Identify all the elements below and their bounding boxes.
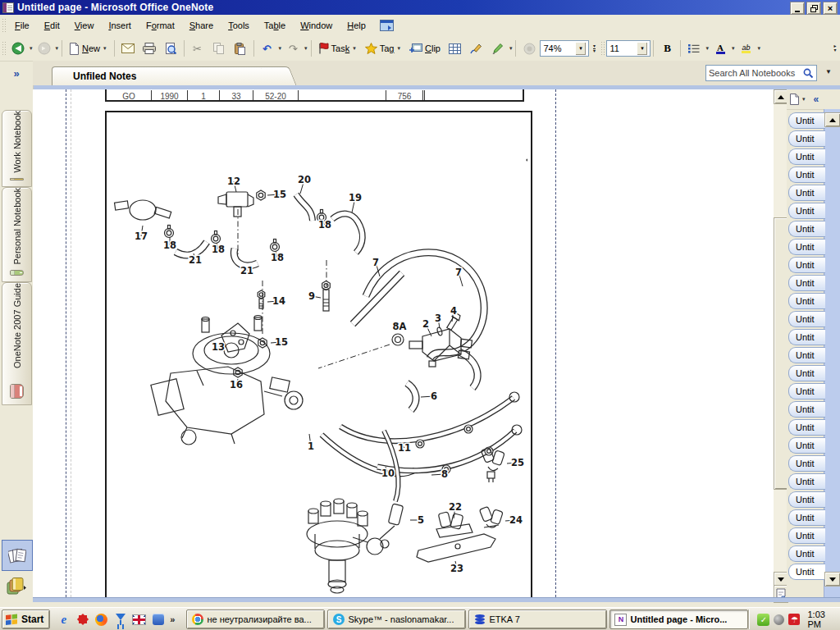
print-preview-button[interactable] (160, 39, 181, 58)
page-tab[interactable]: Untit (788, 491, 825, 508)
page-tab[interactable]: Untit (788, 311, 825, 327)
toolbar-overflow-button[interactable]: ▸▾ (830, 39, 840, 57)
unfiled-notes-button[interactable] (2, 540, 33, 571)
toolbar-grip[interactable] (600, 41, 605, 56)
page-tab[interactable]: Untit (788, 437, 825, 454)
taskbar-button-skype[interactable]: SSkype™ - naslonamakar... (327, 609, 466, 629)
zoom-combo[interactable]: 74% ▾ (540, 40, 589, 57)
page-tab[interactable]: Untit (788, 455, 825, 472)
expand-navigation-chevron[interactable]: » (13, 67, 19, 80)
page-tabs-scroll-up[interactable] (824, 112, 840, 127)
highlight-button[interactable]: ab (736, 39, 757, 58)
page-tab[interactable]: Untit (788, 383, 825, 399)
highlight-dropdown[interactable]: ▾ (757, 45, 762, 52)
menu-edit[interactable]: Edit (37, 17, 67, 34)
back-button[interactable] (7, 39, 29, 58)
new-dropdown[interactable]: ▾ (103, 45, 107, 52)
copy-button[interactable] (208, 39, 230, 58)
task-dropdown[interactable]: ▾ (352, 45, 357, 52)
page-tab[interactable]: Untit (788, 130, 825, 147)
minimize-button[interactable] (790, 2, 805, 15)
page-tab[interactable]: Untit (788, 239, 825, 255)
menu-file[interactable]: File (7, 17, 37, 34)
new-page-button[interactable]: New ▾ (65, 39, 112, 58)
menu-view[interactable]: View (67, 17, 102, 34)
taskbar-button-etka[interactable]: ETKA 7 (468, 609, 607, 629)
tag-button[interactable]: Tag ▾ (361, 39, 405, 58)
taskbar-button-chrome[interactable]: не неутрализирайте ва... (186, 609, 325, 629)
menu-table[interactable]: Table (257, 17, 293, 34)
quick-launch-overflow-chevron[interactable]: » (170, 614, 175, 624)
page-tab[interactable]: Untit (788, 293, 825, 309)
handwriting-button[interactable] (466, 39, 487, 58)
menu-help[interactable]: Help (340, 17, 373, 34)
page-tab[interactable]: Untit (788, 564, 825, 580)
status-circle-icon[interactable] (774, 614, 784, 625)
menu-format[interactable]: Format (139, 17, 182, 34)
antivirus-check-icon[interactable]: ✓ (757, 614, 769, 626)
notebook-tab-work-notebook[interactable]: Work Notebook (2, 110, 32, 187)
bullets-button[interactable] (683, 39, 705, 58)
zoom-dropdown[interactable]: ▾ (575, 42, 586, 55)
page-tab[interactable]: Untit (788, 185, 825, 201)
font-size-combo[interactable]: 11 ▾ (606, 40, 651, 57)
page-tab[interactable]: Untit (788, 401, 825, 418)
page-tab[interactable]: Untit (788, 365, 825, 381)
print-button[interactable] (139, 39, 160, 58)
redo-button[interactable]: ↷ (282, 39, 304, 58)
tag-dropdown[interactable]: ▾ (396, 45, 401, 52)
internet-explorer-icon[interactable]: e (57, 613, 71, 627)
record-button[interactable] (518, 39, 540, 58)
redo-dropdown[interactable]: ▾ (304, 45, 308, 52)
new-page-dropdown[interactable]: ▾ (801, 96, 806, 103)
menu-tools[interactable]: Tools (221, 17, 257, 34)
page-tab[interactable]: Untit (788, 329, 825, 345)
page-tab[interactable]: Untit (788, 112, 825, 129)
back-dropdown[interactable]: ▾ (29, 45, 34, 52)
search-scope-dropdown[interactable]: ▼ (825, 68, 832, 75)
page-tab[interactable]: Untit (788, 167, 825, 183)
collapse-page-tabs-chevron[interactable]: « (814, 94, 819, 105)
tab-unfiled-notes[interactable]: Unfiled Notes (52, 66, 279, 85)
page-tab[interactable]: Untit (788, 221, 825, 237)
font-size-dropdown[interactable]: ▾ (637, 42, 647, 55)
task-button[interactable]: Task ▾ (314, 39, 361, 58)
menu-window[interactable]: Window (293, 17, 340, 34)
page-tabs-scroll-down[interactable] (824, 572, 840, 587)
insert-table-button[interactable] (445, 39, 466, 58)
new-page-tab-icon[interactable] (790, 94, 799, 105)
restore-button[interactable] (806, 2, 821, 15)
email-button[interactable] (117, 39, 139, 58)
pen-dropdown[interactable]: ▾ (509, 45, 514, 52)
close-button[interactable]: × (823, 2, 838, 15)
font-color-dropdown[interactable]: ▾ (731, 45, 736, 52)
toolbar-options-button[interactable]: ▾▾ (589, 39, 599, 57)
forward-button[interactable] (34, 39, 55, 58)
menu-insert[interactable]: Insert (101, 17, 139, 34)
notebook-tab-personal-notebook[interactable]: Personal Notebook (2, 187, 32, 282)
page-tab[interactable]: Untit (788, 527, 825, 544)
page-tab[interactable]: Untit (788, 546, 825, 562)
clip-button[interactable]: Clip (405, 39, 445, 58)
blue-app-icon[interactable] (151, 613, 165, 627)
vertical-scrollbar[interactable] (774, 89, 787, 601)
pen-button[interactable] (487, 39, 509, 58)
notebook-tab-onenote-2007-guide[interactable]: OneNote 2007 Guide (2, 282, 32, 405)
page-canvas[interactable]: GO199013352-20756 (33, 89, 774, 597)
page-tab[interactable]: Untit (788, 509, 825, 526)
page-tab[interactable]: Untit (788, 257, 825, 273)
page-tab[interactable]: Untit (788, 419, 825, 436)
cut-button[interactable]: ✂ (187, 39, 208, 58)
blue-glass-icon[interactable] (113, 613, 127, 627)
menu-share[interactable]: Share (182, 17, 221, 34)
firefox-icon[interactable] (94, 613, 108, 627)
uk-flag-icon[interactable] (132, 613, 146, 627)
toolbar-grip[interactable] (2, 41, 6, 56)
taskbar-button-onenote[interactable]: NUntitled page - Micro... (609, 609, 748, 629)
all-notebooks-button[interactable] (2, 572, 31, 601)
bold-button[interactable]: B (656, 39, 678, 58)
font-color-button[interactable]: A (710, 39, 731, 58)
forward-dropdown[interactable]: ▾ (55, 45, 60, 52)
page-tab[interactable]: Untit (788, 203, 825, 219)
start-button[interactable]: Start (2, 609, 50, 629)
